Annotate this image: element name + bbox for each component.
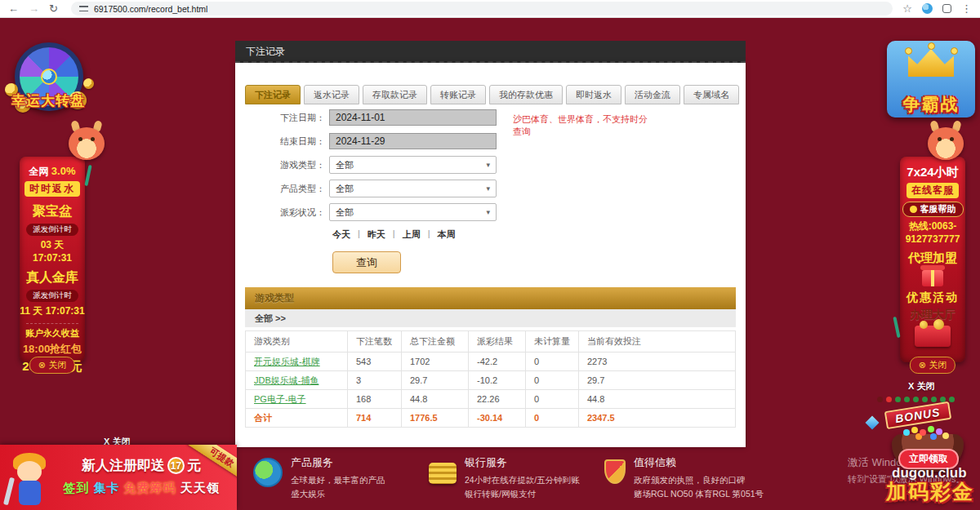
promo-prefix: 新人注册即送: [82, 456, 165, 475]
tab-deposit-promos[interactable]: 我的存款优惠: [489, 85, 563, 104]
section-header: 游戏类型: [245, 287, 736, 309]
footer-line: 赌场RGL NO50 体育RGL 第051号: [634, 487, 764, 501]
quick-link-last-week[interactable]: 上周: [403, 228, 421, 241]
newcomer-promo-banner[interactable]: 可提款 新人注册即送 17 元 签到 集卡 免费筹码 天天领: [0, 445, 237, 510]
url-text[interactable]: 6917500.com/record_bet.html: [94, 4, 208, 14]
forward-icon[interactable]: →: [29, 3, 39, 14]
cell-total-bet: 1702: [402, 353, 469, 371]
bonus-coin: 17: [167, 457, 185, 474]
date-start-input[interactable]: [329, 109, 497, 126]
payout-status-value: 全部: [336, 206, 354, 219]
account-benefit: 账户永久收益: [25, 327, 79, 339]
quick-link-yesterday[interactable]: 昨天: [368, 228, 385, 241]
product-type-select[interactable]: 全部 ▾: [329, 180, 497, 197]
filter-all-link[interactable]: 全部 >>: [245, 309, 736, 327]
promo-suffix: 元: [187, 456, 201, 475]
quick-link-today[interactable]: 今天: [332, 228, 350, 241]
table-total-row: 合计 714 1776.5 -30.14 0 2347.5: [246, 409, 736, 428]
sword: [3, 477, 15, 505]
cell-uncounted: 0: [526, 390, 579, 409]
cs-help-button[interactable]: 客服帮助: [902, 202, 964, 217]
payout-status-select[interactable]: 全部 ▾: [329, 203, 497, 221]
dragon-eye: [950, 137, 954, 141]
crown-dot: [928, 42, 935, 50]
cell-valid: 44.8: [579, 390, 736, 409]
dragon-eye: [91, 137, 95, 141]
bookmark-star-icon[interactable]: ☆: [902, 3, 912, 14]
battle-title: 争霸战: [887, 93, 975, 116]
right-banner-close-button[interactable]: ⊗ 关闭: [910, 357, 956, 374]
extensions-icon[interactable]: [942, 4, 951, 13]
reload-icon[interactable]: ↻: [49, 3, 58, 14]
coin-icon: [83, 78, 94, 89]
divider: [26, 323, 78, 324]
cell-bet-count: 543: [348, 353, 402, 371]
tab-activity-flow[interactable]: 活动金流: [625, 85, 680, 104]
carousel-dot[interactable]: [922, 397, 928, 402]
game-link[interactable]: JDB娱乐城-捕鱼: [254, 375, 318, 385]
search-button[interactable]: 查询: [332, 251, 401, 273]
tab-deposit-withdraw-records[interactable]: 存取款记录: [363, 85, 427, 104]
redbox-coins-icon: [915, 326, 951, 347]
table-header-row: 游戏类别 下注笔数 总下注金额 派彩结果 未计算量 当前有效投注: [246, 331, 736, 353]
cell-payout: -42.2: [469, 353, 526, 371]
date-start-label: 下注日期：: [235, 112, 329, 124]
countdown-label: 派发倒计时: [26, 224, 78, 236]
tab-rebate-records[interactable]: 返水记录: [304, 85, 359, 104]
back-icon[interactable]: ←: [8, 3, 19, 14]
carousel-dot[interactable]: [895, 397, 901, 402]
records-tabs: 下注记录 返水记录 存取款记录 转账记录 我的存款优惠 即时返水 活动金流 专属…: [245, 85, 739, 104]
lucky-wheel-title[interactable]: 幸运大转盘: [0, 91, 96, 110]
headset-icon: [910, 206, 917, 213]
footer-title: 银行服务: [465, 455, 580, 472]
hero-face: [17, 461, 42, 482]
quick-link-this-week[interactable]: 本周: [438, 228, 456, 241]
tab-instant-rebate[interactable]: 即时返水: [566, 85, 621, 104]
panel-body: 下注记录 返水记录 存取款记录 转账记录 我的存款优惠 即时返水 活动金流 专属…: [235, 63, 746, 447]
site-info-icon[interactable]: [79, 5, 88, 12]
game-link[interactable]: 开元娱乐城-棋牌: [254, 357, 320, 366]
chevron-down-icon: ▾: [486, 184, 490, 193]
bet-summary-table: 游戏类别 下注笔数 总下注金额 派彩结果 未计算量 当前有效投注 开元娱乐城-棋…: [245, 330, 736, 428]
browser-menu-icon[interactable]: ⋮: [961, 3, 972, 14]
carousel-dot[interactable]: [931, 397, 937, 402]
cell-total-label: 合计: [246, 409, 348, 428]
rail-close-button[interactable]: X 关闭: [908, 380, 934, 392]
battle-event-banner[interactable]: 争霸战: [887, 41, 975, 118]
game-link[interactable]: PG电子-电子: [254, 394, 306, 404]
footer-title: 值得信赖: [634, 455, 764, 472]
carousel-dot[interactable]: [913, 397, 919, 402]
left-banner-close-button[interactable]: ⊗ 关闭: [29, 357, 75, 374]
tab-exclusive-domain[interactable]: 专属域名: [684, 85, 739, 104]
footer-line: 政府颁发的执照，良好的口碑: [634, 473, 764, 487]
carousel-dot[interactable]: [904, 397, 910, 402]
address-bar[interactable]: 6917500.com/record_bet.html: [71, 2, 893, 16]
tab-transfer-records[interactable]: 转账记录: [430, 85, 486, 104]
cell-total-bet: 29.7: [402, 371, 469, 390]
col-total-bet: 总下注金额: [402, 331, 469, 353]
carousel-dot[interactable]: [877, 397, 883, 402]
payout-status-label: 派彩状况：: [235, 206, 329, 219]
tab-bet-records[interactable]: 下注记录: [245, 85, 301, 104]
diamond-icon: [866, 416, 880, 430]
date-end-input[interactable]: [329, 133, 497, 149]
customer-service-banner[interactable]: 7x24小时 在线客服 客服帮助 热线:0063- 9127737777 代理加…: [900, 157, 965, 362]
game-type-label: 游戏类型：: [235, 159, 329, 171]
carousel-dot[interactable]: [949, 397, 955, 402]
col-game-category: 游戏类别: [246, 331, 348, 353]
carousel-dot[interactable]: [886, 397, 892, 402]
agent-join-title: 代理加盟: [908, 251, 957, 266]
page-background: 下注记录 下注记录 返水记录 存取款记录 转账记录 我的存款优惠 即时返水 活动…: [0, 18, 980, 510]
countdown-timer: 11 天 17:07:31: [20, 304, 84, 318]
game-type-select[interactable]: 全部 ▾: [329, 156, 497, 174]
dragon-eye: [78, 137, 82, 141]
shield-icon: [604, 459, 626, 484]
separator: |: [385, 228, 403, 241]
translate-globe-icon[interactable]: [922, 3, 933, 14]
cell-valid: 29.7: [579, 371, 736, 390]
rebate-banner[interactable]: 全网 3.0% 时时返水 聚宝盆 派发倒计时 03 天 17:07:31 真人金…: [20, 157, 85, 362]
hero-body: [19, 481, 41, 505]
crown-dot: [951, 47, 958, 55]
bonus-banner[interactable]: BONUS 立即领取 dugou.club 加码彩金: [880, 406, 980, 510]
cell-total-bet: 44.8: [402, 390, 469, 409]
